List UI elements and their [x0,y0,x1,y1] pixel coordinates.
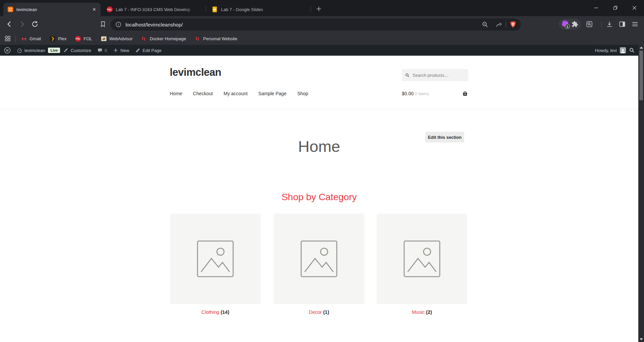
category-card-decor[interactable] [274,214,364,304]
tab-strip: levimclean FOL Lab 7 - INFO-3163 CMS Web… [0,0,644,16]
bookmark-gmail[interactable]: Gmail [21,36,41,42]
tab-title: Lab 7 - INFO-3163 CMS Web Develop [116,7,199,12]
basket-icon[interactable] [462,90,468,97]
zoom-out-icon[interactable] [481,21,489,28]
nav-checkout[interactable]: Checkout [193,91,213,96]
downloads-icon[interactable] [606,20,613,28]
howdy-text[interactable]: Howdy, levi [595,48,617,53]
dashboard-gauge-icon [17,48,22,53]
search-input[interactable] [412,72,465,78]
nav-sample-page[interactable]: Sample Page [258,91,286,96]
bookmark-label: FOL [84,36,92,41]
cart-total: $0.00 [402,91,414,96]
pencil-icon [135,48,141,53]
brave-shield-icon[interactable] [509,20,517,28]
bookmark-fol[interactable]: FOL FOL [75,36,92,42]
red-bars-icon [195,36,201,42]
bookmark-docker-homepage[interactable]: Docker Homepage [141,36,186,42]
category-label: Clothing (14) [170,309,261,315]
wp-logo-icon[interactable]: W [0,45,14,56]
close-button[interactable] [625,0,644,15]
window-controls [587,0,644,15]
admin-site-name[interactable]: levimclean [14,45,48,56]
category-count: (2) [426,309,432,315]
scrollbar-thumb[interactable] [639,51,643,100]
cart-count: 0 items [415,91,429,96]
image-placeholder-icon [402,239,442,279]
plus-icon [113,48,118,53]
tab-google-slides[interactable]: Lab 7 - Google Slides [208,3,308,16]
category-link-music[interactable]: Music [412,309,425,315]
sidebar-panel-icon[interactable] [619,20,626,28]
category-count: (14) [221,309,229,315]
plex-icon [50,36,55,42]
tab-close-icon[interactable] [92,7,97,12]
tab-title: Lab 7 - Google Slides [221,7,304,12]
apps-grid-icon[interactable] [5,36,11,42]
bookmark-plex[interactable]: Plex [50,36,66,42]
admin-customize[interactable]: Customize [60,45,94,56]
restore-button[interactable] [606,0,625,15]
category-card-clothing[interactable] [170,214,261,304]
nav-home[interactable]: Home [170,91,182,96]
image-placeholder-icon [299,239,339,279]
address-bar[interactable]: localhost/levimcleanshop/ [111,18,521,31]
page-scrollbar[interactable] [638,45,644,342]
tab-divider [311,6,311,12]
tab-levimclean[interactable]: levimclean [3,3,101,16]
webadvisor-icon [101,36,107,42]
bookmarks-divider [15,36,16,42]
category-card-music[interactable] [377,214,467,304]
tab-divider [206,6,206,12]
extensions-puzzle-icon[interactable] [572,21,578,27]
admin-search-icon[interactable] [629,47,635,53]
google-slides-favicon [212,6,218,12]
image-placeholder-icon [196,239,235,279]
bookmark-webadvisor[interactable]: WebAdvisor [101,36,133,42]
bookmark-label: WebAdvisor [109,36,133,41]
category-link-decor[interactable]: Decor [309,309,322,315]
scroll-down-arrow-icon[interactable] [640,338,643,340]
avatar[interactable] [620,47,626,53]
admin-new[interactable]: New [110,45,132,56]
category-link-clothing[interactable]: Clothing [201,309,219,315]
back-icon[interactable] [5,20,13,28]
browser-toolbar: localhost/levimcleanshop/ 1 [0,16,644,32]
new-tab-button[interactable] [314,4,323,13]
nav-my-account[interactable]: My account [224,91,248,96]
profile-extension-icon[interactable]: 1 [561,20,569,28]
bookmark-personal-website[interactable]: Personal Website [195,36,237,42]
bookmark-label: Personal Website [203,36,237,41]
tab-fol-lab7[interactable]: FOL Lab 7 - INFO-3163 CMS Web Develop [103,3,203,16]
product-search[interactable] [402,69,468,81]
red-bars-icon [141,36,147,42]
forward-icon[interactable] [18,20,26,28]
fol-icon: FOL [75,36,81,42]
web-page: levimclean Home Checkout My account Samp… [0,56,638,342]
section-title: Shop by Category [0,192,638,203]
site-info-icon[interactable] [115,21,121,27]
site-logo[interactable]: levimclean [170,66,221,78]
extensions-group: 1 [559,19,581,30]
page-title: Home [0,137,638,156]
category-label: Music (2) [377,309,467,315]
minimize-button[interactable] [587,0,606,15]
category-label: Decor (1) [274,309,364,315]
scroll-up-arrow-icon[interactable] [640,47,643,49]
search-icon [405,73,410,78]
reload-icon[interactable] [31,20,39,28]
admin-comments[interactable]: 0 [94,45,110,56]
share-icon[interactable] [495,21,503,28]
sidebar-search-icon[interactable] [586,20,593,28]
cart-summary[interactable]: $0.000 items [402,90,468,97]
menu-hamburger-icon[interactable] [631,20,639,28]
admin-edit-page[interactable]: Edit Page [132,45,164,56]
wp-admin-bar: W levimclean Live Customize 0 New Edit P… [0,45,638,56]
nav-shop[interactable]: Shop [297,91,308,96]
bookmark-label: Plex [58,36,66,41]
fol-favicon: FOL [107,6,113,12]
site-header: levimclean Home Checkout My account Samp… [0,56,638,109]
svg-text:W: W [6,49,9,52]
bookmark-icon[interactable] [99,20,107,28]
url-text[interactable]: localhost/levimcleanshop/ [125,22,183,27]
